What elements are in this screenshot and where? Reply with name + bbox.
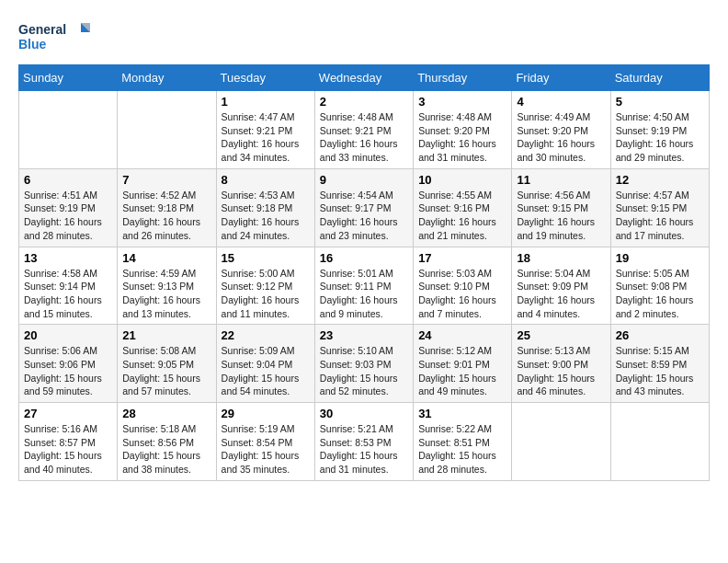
day-number: 26: [616, 328, 704, 342]
day-info: Sunrise: 4:50 AMSunset: 9:19 PMDaylight:…: [616, 110, 704, 165]
calendar-cell: 13Sunrise: 4:58 AMSunset: 9:14 PMDayligh…: [19, 247, 118, 325]
day-number: 19: [616, 251, 704, 265]
calendar-header-row: SundayMondayTuesdayWednesdayThursdayFrid…: [19, 65, 710, 91]
day-info: Sunrise: 5:05 AMSunset: 9:08 PMDaylight:…: [616, 267, 704, 321]
day-number: 21: [122, 328, 210, 342]
calendar-cell: 21Sunrise: 5:08 AMSunset: 9:05 PMDayligh…: [118, 325, 216, 403]
calendar-cell: 12Sunrise: 4:57 AMSunset: 9:15 PMDayligh…: [610, 168, 709, 247]
calendar-cell: 15Sunrise: 5:00 AMSunset: 9:12 PMDayligh…: [216, 247, 314, 325]
day-info: Sunrise: 4:57 AMSunset: 9:15 PMDaylight:…: [616, 189, 704, 243]
day-number: 7: [122, 173, 210, 187]
day-info: Sunrise: 5:22 AMSunset: 8:51 PMDaylight:…: [418, 422, 506, 477]
day-number: 27: [24, 407, 112, 420]
calendar-cell: 16Sunrise: 5:01 AMSunset: 9:11 PMDayligh…: [314, 247, 413, 325]
svg-text:Blue: Blue: [18, 37, 47, 52]
day-number: 11: [517, 173, 605, 187]
day-info: Sunrise: 5:16 AMSunset: 8:57 PMDaylight:…: [24, 422, 112, 477]
day-number: 17: [418, 251, 506, 265]
day-info: Sunrise: 5:08 AMSunset: 9:05 PMDaylight:…: [122, 344, 210, 398]
calendar-cell: 19Sunrise: 5:05 AMSunset: 9:08 PMDayligh…: [610, 247, 709, 325]
day-number: 29: [222, 407, 310, 420]
day-info: Sunrise: 4:48 AMSunset: 9:20 PMDaylight:…: [418, 110, 506, 165]
day-info: Sunrise: 5:10 AMSunset: 9:03 PMDaylight:…: [320, 344, 408, 398]
day-number: 2: [320, 95, 408, 109]
header-day-friday: Friday: [512, 65, 610, 91]
logo: General Blue: [18, 18, 92, 55]
calendar-cell: 8Sunrise: 4:53 AMSunset: 9:18 PMDaylight…: [216, 168, 314, 247]
calendar-cell: 1Sunrise: 4:47 AMSunset: 9:21 PMDaylight…: [216, 91, 314, 169]
day-info: Sunrise: 4:59 AMSunset: 9:13 PMDaylight:…: [122, 267, 210, 321]
day-number: 10: [418, 173, 506, 187]
calendar-cell: 17Sunrise: 5:03 AMSunset: 9:10 PMDayligh…: [414, 247, 512, 325]
calendar-cell: 4Sunrise: 4:49 AMSunset: 9:20 PMDaylight…: [512, 91, 610, 169]
day-info: Sunrise: 5:06 AMSunset: 9:06 PMDaylight:…: [24, 344, 112, 398]
svg-text:General: General: [18, 22, 66, 37]
day-info: Sunrise: 5:13 AMSunset: 9:00 PMDaylight:…: [517, 344, 605, 398]
day-info: Sunrise: 4:51 AMSunset: 9:19 PMDaylight:…: [24, 189, 112, 243]
header-day-monday: Monday: [118, 65, 216, 91]
calendar-cell: 2Sunrise: 4:48 AMSunset: 9:21 PMDaylight…: [314, 91, 413, 169]
calendar-cell: 9Sunrise: 4:54 AMSunset: 9:17 PMDaylight…: [314, 168, 413, 247]
day-info: Sunrise: 4:49 AMSunset: 9:20 PMDaylight:…: [517, 110, 605, 165]
day-info: Sunrise: 5:15 AMSunset: 8:59 PMDaylight:…: [616, 344, 704, 398]
calendar-cell: [118, 91, 216, 169]
calendar-cell: 14Sunrise: 4:59 AMSunset: 9:13 PMDayligh…: [118, 247, 216, 325]
calendar-week-row: 13Sunrise: 4:58 AMSunset: 9:14 PMDayligh…: [19, 247, 710, 325]
day-info: Sunrise: 5:03 AMSunset: 9:10 PMDaylight:…: [418, 267, 506, 321]
day-number: 18: [517, 251, 605, 265]
calendar-cell: 22Sunrise: 5:09 AMSunset: 9:04 PMDayligh…: [216, 325, 314, 403]
calendar-cell: 26Sunrise: 5:15 AMSunset: 8:59 PMDayligh…: [610, 325, 709, 403]
day-number: 6: [24, 173, 112, 187]
day-info: Sunrise: 5:00 AMSunset: 9:12 PMDaylight:…: [222, 267, 310, 321]
day-info: Sunrise: 5:19 AMSunset: 8:54 PMDaylight:…: [222, 422, 310, 477]
day-number: 9: [320, 173, 408, 187]
page-header: General Blue: [18, 18, 710, 55]
day-number: 13: [24, 251, 112, 265]
day-number: 4: [517, 95, 605, 109]
header-day-saturday: Saturday: [610, 65, 709, 91]
day-number: 14: [122, 251, 210, 265]
day-number: 1: [222, 95, 310, 109]
day-number: 24: [418, 328, 506, 342]
calendar-cell: 31Sunrise: 5:22 AMSunset: 8:51 PMDayligh…: [414, 403, 512, 481]
day-info: Sunrise: 4:47 AMSunset: 9:21 PMDaylight:…: [222, 110, 310, 165]
header-day-thursday: Thursday: [414, 65, 512, 91]
day-info: Sunrise: 4:48 AMSunset: 9:21 PMDaylight:…: [320, 110, 408, 165]
calendar-cell: 11Sunrise: 4:56 AMSunset: 9:15 PMDayligh…: [512, 168, 610, 247]
calendar-cell: 30Sunrise: 5:21 AMSunset: 8:53 PMDayligh…: [314, 403, 413, 481]
day-number: 20: [24, 328, 112, 342]
calendar-cell: [512, 403, 610, 481]
calendar-cell: 5Sunrise: 4:50 AMSunset: 9:19 PMDaylight…: [610, 91, 709, 169]
calendar-cell: 29Sunrise: 5:19 AMSunset: 8:54 PMDayligh…: [216, 403, 314, 481]
calendar-week-row: 27Sunrise: 5:16 AMSunset: 8:57 PMDayligh…: [19, 403, 710, 481]
day-info: Sunrise: 5:09 AMSunset: 9:04 PMDaylight:…: [222, 344, 310, 398]
calendar-week-row: 6Sunrise: 4:51 AMSunset: 9:19 PMDaylight…: [19, 168, 710, 247]
day-number: 31: [418, 407, 506, 420]
calendar-cell: 23Sunrise: 5:10 AMSunset: 9:03 PMDayligh…: [314, 325, 413, 403]
calendar-cell: 24Sunrise: 5:12 AMSunset: 9:01 PMDayligh…: [414, 325, 512, 403]
calendar-table: SundayMondayTuesdayWednesdayThursdayFrid…: [18, 64, 710, 481]
header-day-tuesday: Tuesday: [216, 65, 314, 91]
day-info: Sunrise: 4:55 AMSunset: 9:16 PMDaylight:…: [418, 189, 506, 243]
day-info: Sunrise: 4:58 AMSunset: 9:14 PMDaylight:…: [24, 267, 112, 321]
day-info: Sunrise: 5:18 AMSunset: 8:56 PMDaylight:…: [122, 422, 210, 477]
day-number: 5: [616, 95, 704, 109]
day-number: 22: [222, 328, 310, 342]
day-number: 8: [222, 173, 310, 187]
calendar-cell: 20Sunrise: 5:06 AMSunset: 9:06 PMDayligh…: [19, 325, 118, 403]
day-info: Sunrise: 5:01 AMSunset: 9:11 PMDaylight:…: [320, 267, 408, 321]
day-number: 25: [517, 328, 605, 342]
day-info: Sunrise: 5:12 AMSunset: 9:01 PMDaylight:…: [418, 344, 506, 398]
day-info: Sunrise: 4:52 AMSunset: 9:18 PMDaylight:…: [122, 189, 210, 243]
day-number: 30: [320, 407, 408, 420]
calendar-cell: 25Sunrise: 5:13 AMSunset: 9:00 PMDayligh…: [512, 325, 610, 403]
calendar-cell: 18Sunrise: 5:04 AMSunset: 9:09 PMDayligh…: [512, 247, 610, 325]
header-day-sunday: Sunday: [19, 65, 118, 91]
day-info: Sunrise: 5:04 AMSunset: 9:09 PMDaylight:…: [517, 267, 605, 321]
calendar-cell: 27Sunrise: 5:16 AMSunset: 8:57 PMDayligh…: [19, 403, 118, 481]
calendar-cell: 10Sunrise: 4:55 AMSunset: 9:16 PMDayligh…: [414, 168, 512, 247]
calendar-cell: [19, 91, 118, 169]
day-number: 23: [320, 328, 408, 342]
day-info: Sunrise: 4:53 AMSunset: 9:18 PMDaylight:…: [222, 189, 310, 243]
calendar-cell: 28Sunrise: 5:18 AMSunset: 8:56 PMDayligh…: [118, 403, 216, 481]
